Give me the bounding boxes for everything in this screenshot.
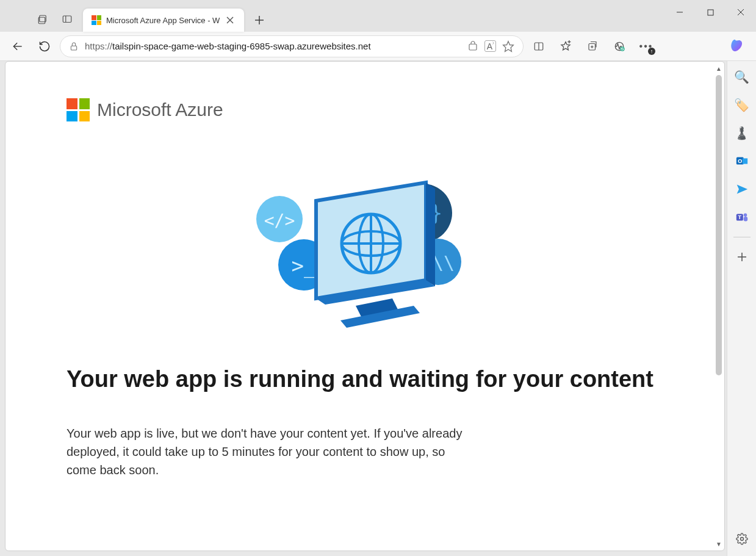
favorites-icon[interactable] <box>554 35 577 57</box>
svg-marker-15 <box>503 41 514 51</box>
svg-marker-18 <box>561 42 570 49</box>
browser-tab-strip: Microsoft Azure App Service - W <box>0 0 756 32</box>
more-menu-icon[interactable]: •••↑ <box>635 35 658 57</box>
svg-marker-34 <box>426 182 435 286</box>
edge-sidebar: 🔍 🏷️ ♟️ O T <box>727 61 756 556</box>
page-content: Microsoft Azure { } :\\ </> >_ <box>5 62 724 504</box>
tab-title: Microsoft Azure App Service - W <box>106 16 220 25</box>
close-tab-icon[interactable] <box>225 15 236 26</box>
tab-actions-icon[interactable] <box>31 7 55 32</box>
sidebar-outlook-icon[interactable]: O <box>733 153 751 170</box>
svg-text:>_: >_ <box>292 253 317 278</box>
svg-text:O: O <box>738 158 742 164</box>
sidebar-games-icon[interactable]: ♟️ <box>733 125 751 142</box>
close-window-button[interactable] <box>725 0 756 24</box>
sidebar-search-icon[interactable]: 🔍 <box>733 68 751 85</box>
page-viewport: Microsoft Azure { } :\\ </> >_ <box>5 61 725 551</box>
page-heading: Your web app is running and waiting for … <box>67 366 663 394</box>
sidebar-add-icon[interactable] <box>733 248 751 265</box>
performance-icon[interactable] <box>608 35 631 57</box>
sidebar-teams-icon[interactable]: T <box>733 209 751 226</box>
sidebar-send-icon[interactable] <box>733 181 751 198</box>
vertical-tabs-icon[interactable] <box>55 7 79 32</box>
svg-rect-14 <box>469 44 477 50</box>
browser-address-bar: https://tailspin-space-game-web-staging-… <box>0 32 756 61</box>
azure-logo-text: Microsoft Azure <box>97 99 223 120</box>
svg-point-52 <box>740 538 743 541</box>
sidebar-divider <box>733 237 751 237</box>
back-button[interactable] <box>6 35 29 57</box>
collections-icon[interactable] <box>581 35 604 57</box>
scroll-down-icon[interactable]: ▼ <box>715 540 723 548</box>
url-text: https://tailspin-space-game-web-staging-… <box>85 41 461 51</box>
address-omnibox[interactable]: https://tailspin-space-game-web-staging-… <box>60 35 524 57</box>
read-aloud-icon[interactable]: A⁾ <box>484 40 496 52</box>
new-tab-button[interactable] <box>249 10 270 31</box>
svg-rect-9 <box>708 10 713 15</box>
shopping-icon[interactable] <box>467 41 478 52</box>
refresh-button[interactable] <box>33 35 56 57</box>
scrollbar[interactable]: ▲ ▼ <box>715 64 723 548</box>
svg-rect-49 <box>743 217 747 221</box>
svg-text:</>: </> <box>264 211 295 231</box>
scroll-thumb[interactable] <box>716 75 722 375</box>
window-controls <box>664 0 756 24</box>
maximize-button[interactable] <box>695 0 725 24</box>
microsoft-favicon-icon <box>92 15 101 25</box>
azure-logo: Microsoft Azure <box>67 98 663 121</box>
lock-icon <box>69 42 79 51</box>
svg-rect-2 <box>63 16 71 23</box>
microsoft-logo-icon <box>67 98 90 121</box>
svg-rect-13 <box>71 46 76 50</box>
svg-rect-45 <box>742 158 747 164</box>
sidebar-shopping-icon[interactable]: 🏷️ <box>733 96 751 114</box>
minimize-button[interactable] <box>664 0 695 24</box>
hero-illustration: { } :\\ </> >_ <box>67 176 663 335</box>
sidebar-settings-icon[interactable] <box>733 530 751 547</box>
svg-text:T: T <box>738 214 741 220</box>
scroll-up-icon[interactable]: ▲ <box>715 64 723 73</box>
favorite-star-icon[interactable] <box>502 40 514 52</box>
split-screen-icon[interactable] <box>527 35 550 57</box>
browser-tab[interactable]: Microsoft Azure App Service - W <box>83 9 244 32</box>
svg-point-48 <box>743 214 747 217</box>
copilot-button[interactable] <box>724 34 750 59</box>
page-body-text: Your web app is live, but we don't have … <box>67 424 469 479</box>
